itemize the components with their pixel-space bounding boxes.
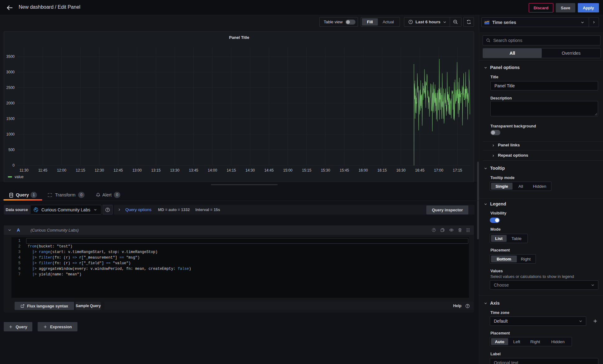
svg-text:16:45: 16:45 [415,168,424,173]
svg-text:12:15: 12:15 [76,168,85,173]
svg-text:11:45: 11:45 [38,168,47,173]
svg-text:15:30: 15:30 [321,168,330,173]
svg-text:13:45: 13:45 [189,168,198,173]
svg-text:17:15: 17:15 [453,168,462,173]
svg-text:13:15: 13:15 [151,168,160,173]
svg-text:2500: 2500 [6,85,15,90]
svg-text:14:30: 14:30 [245,168,255,173]
svg-text:16:15: 16:15 [378,168,387,173]
svg-text:3000: 3000 [6,70,15,74]
svg-text:14:15: 14:15 [227,168,236,173]
svg-text:15:15: 15:15 [302,168,311,173]
svg-text:14:00: 14:00 [208,168,217,173]
svg-text:1500: 1500 [6,117,15,121]
svg-text:12:45: 12:45 [114,168,123,173]
svg-text:16:00: 16:00 [359,168,368,173]
svg-text:12:00: 12:00 [57,168,66,173]
svg-text:15:45: 15:45 [340,168,349,173]
svg-text:500: 500 [8,148,15,152]
svg-text:17:00: 17:00 [434,168,443,173]
svg-text:3500: 3500 [6,54,15,59]
svg-text:15:00: 15:00 [283,168,292,173]
svg-text:13:00: 13:00 [132,168,142,173]
svg-text:2000: 2000 [6,101,15,105]
svg-text:16:30: 16:30 [396,168,406,173]
svg-text:11:30: 11:30 [19,168,28,173]
svg-text:1000: 1000 [6,132,15,136]
svg-text:14:45: 14:45 [264,168,274,173]
svg-text:0: 0 [12,163,15,168]
svg-text:value: value [15,175,24,179]
svg-text:13:30: 13:30 [170,168,179,173]
svg-text:12:30: 12:30 [95,168,104,173]
